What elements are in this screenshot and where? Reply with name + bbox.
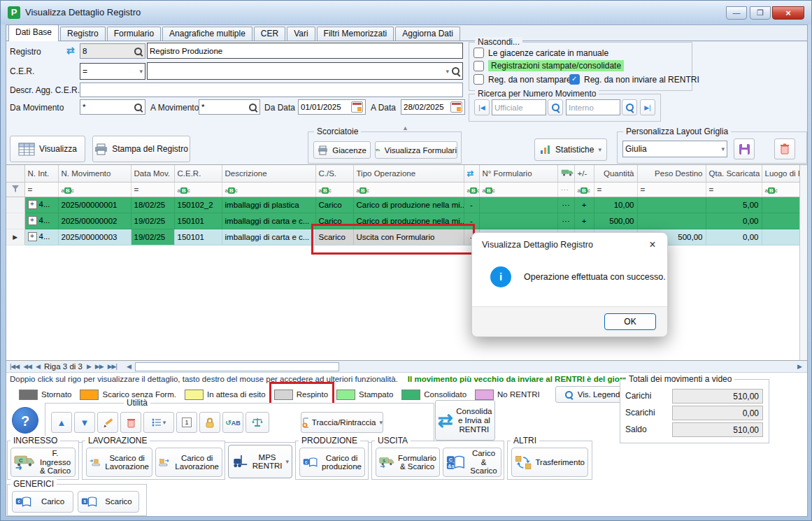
filter-cell[interactable]: aBc [174,182,222,197]
filter-dots-icon[interactable]: ··· [561,185,569,194]
grid-cell[interactable]: +4... [24,197,58,213]
column-header-truck[interactable] [557,165,574,182]
filter-abc-icon[interactable]: aBc [578,185,590,194]
horizontal-scrollbar[interactable] [135,362,339,371]
nav-prev-icon[interactable]: ◀ [36,363,40,370]
record-last-button[interactable]: ▶| [640,99,655,115]
column-header-luogo-di-produz[interactable]: Luogo di Produz [762,165,802,182]
a-movimento-input[interactable] [201,103,246,111]
column-header-qta-scaricata[interactable]: Qta. Scaricata [706,165,762,182]
descr-agg-field[interactable] [80,83,463,97]
grid-cell[interactable]: 150101 [174,229,222,245]
filter-cell[interactable]: aBc [464,182,479,197]
tab-registro[interactable]: Registro [60,27,106,41]
help-button[interactable]: ? [12,407,38,434]
dialog-close-icon[interactable]: × [645,237,660,252]
registro-input[interactable] [83,47,131,55]
filter-cell[interactable]: aBc [762,182,802,197]
checkbox-icon[interactable] [569,74,580,85]
traccia-rintraccia-button[interactable]: Traccia/Rintraccia ▾ [301,412,383,433]
filter-cell[interactable]: ··· [557,182,574,197]
formulario-scarico-button[interactable]: S Formulario & Scarico [376,448,440,477]
column-header-peso-destino[interactable]: Peso Destino [637,165,706,182]
grid-cell[interactable]: - [464,213,479,229]
carico-scarico-button[interactable]: C&s Carico & Scarico [443,448,501,477]
grid-cell[interactable]: ··· [557,197,574,213]
filter-abc-icon[interactable]: aBc [319,185,332,194]
record-first-button[interactable]: |◀ [474,99,490,115]
registro-desc-field[interactable] [147,43,463,59]
filter-cell[interactable]: = [131,182,174,197]
ufficiale-input[interactable] [494,104,543,112]
column-header-tipo-operazione[interactable]: Tipo Operazione [353,165,464,182]
table-row[interactable]: +4...2025/0000000219/02/25150101imballag… [6,213,802,229]
column-header-n-formulario[interactable]: N° Formulario [479,165,557,182]
tab-cer[interactable]: CER [254,27,285,41]
grid-cell[interactable]: imballaggi di carta e c... [222,229,315,245]
ok-button[interactable]: OK [604,313,656,330]
filter-abc-icon[interactable]: aBc [178,185,190,194]
filter-cell[interactable]: aBc [574,182,594,197]
carico-lavorazione-button[interactable]: Carico di Lavorazione [155,448,222,477]
filter-abc-icon[interactable]: aBc [357,185,369,194]
checkbox-registrazioni-stampate[interactable]: Registrazioni stampate/consolidate [473,60,624,71]
grid-cell[interactable] [762,229,802,245]
filter-abc-icon[interactable]: aBc [483,185,495,194]
grid-cell[interactable]: 10,00 [594,197,637,213]
filter-cell[interactable]: = [637,182,706,197]
column-header-n-movimento[interactable]: N. Movimento [58,165,131,182]
column-header-c-e-r-[interactable]: C.E.R. [174,165,222,182]
nav-next-page-icon[interactable]: ▶▶ [95,363,104,370]
expand-row-icon[interactable]: + [28,232,37,241]
grid-cell[interactable] [479,197,557,213]
nav-first-icon[interactable]: |◀◀ [10,363,19,370]
grid-cell[interactable] [762,197,802,213]
grid-cell[interactable] [762,213,802,229]
tab-aggiorna-dati[interactable]: Aggiorna Dati [395,27,460,41]
grid-cell[interactable]: 0,00 [706,229,762,245]
f-ingresso-carico-button[interactable]: C F. Ingresso & Carico [10,448,76,477]
search-icon[interactable] [134,103,143,112]
chevron-down-icon[interactable]: ▾ [446,68,449,75]
grid-cell[interactable]: Scarico [315,229,353,245]
statistiche-button[interactable]: Statistiche ▾ [534,138,607,161]
move-down-button[interactable]: ▼ [74,412,95,433]
ufficiale-field[interactable] [492,99,546,115]
search-ufficiale-button[interactable] [548,99,563,115]
a-movimento-field[interactable] [199,99,260,115]
checkbox-reg-non-inviare-rentri[interactable]: Reg. da non inviare al RENTRI [569,74,699,85]
filter-cell[interactable]: = [24,182,58,197]
column-header-descrizione[interactable]: Descrizione [222,165,315,182]
registro-field[interactable] [80,43,145,59]
consolida-invia-rentri-button[interactable]: ⇄ Consolida e Invia al RENTRI [435,400,495,441]
column-header-data-mov-[interactable]: Data Mov. [131,165,174,182]
expand-row-icon[interactable]: + [28,200,37,209]
grid-cell[interactable]: 150101 [174,213,222,229]
filter-equals-icon[interactable]: = [28,185,33,194]
grid-cell[interactable]: 2025/00000002 [58,213,131,229]
filter-abc-icon[interactable]: aBc [765,185,778,194]
grid-cell[interactable]: 18/02/25 [131,197,174,213]
filter-cell[interactable]: aBc [315,182,353,197]
calendar-icon[interactable] [351,101,363,113]
search-interno-button[interactable] [622,99,637,115]
expand-row-icon[interactable]: + [28,216,37,225]
grid-cell[interactable]: Carico [315,213,353,229]
weigh-button[interactable] [245,412,269,433]
checkbox-giacenze-manuale[interactable]: Le giacenze caricate in manuale [473,48,608,58]
stampa-registro-button[interactable]: Stampa del Registro [92,136,190,162]
generico-carico-button[interactable]: c Carico [12,491,73,513]
minimize-button[interactable]: — [726,6,747,20]
swap-registro-icon[interactable]: ⇄ [66,45,75,56]
filter-cell[interactable]: aBc [58,182,131,197]
search-icon[interactable] [134,47,143,56]
grid-cell[interactable]: 150102_2 [174,197,222,213]
tab-filtri-memorizzati[interactable]: Filtri Memorizzati [317,27,394,41]
rename-button[interactable]: ↺AB [222,412,243,433]
save-layout-button[interactable] [734,138,755,159]
scroll-right-icon[interactable]: ▶ [797,363,802,370]
nav-last-icon[interactable]: ▶▶| [108,363,117,370]
grid-cell[interactable]: 19/02/25 [131,229,174,245]
da-movimento-field[interactable] [80,99,145,115]
table-row[interactable]: +4...2025/0000000118/02/25150102_2imball… [6,197,802,213]
